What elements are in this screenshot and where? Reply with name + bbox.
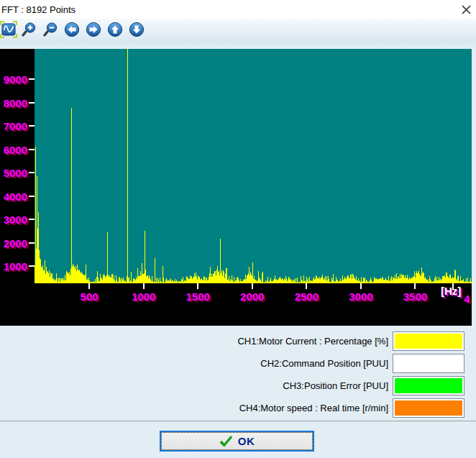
y-tick <box>29 78 35 80</box>
x-axis-end-tick <box>452 283 454 289</box>
fft-chart: [Hz] 4 100020003000400050006000700080009… <box>0 49 472 326</box>
x-tick-label: 2500 <box>285 291 328 303</box>
y-tick-label: 4000 <box>0 191 27 202</box>
y-tick-label: 3000 <box>0 214 27 225</box>
y-tick-label: 1000 <box>0 261 27 272</box>
x-tick-label: 1000 <box>122 291 165 303</box>
legend-swatch-ch2 <box>393 354 464 373</box>
x-axis-unit-label: [Hz] <box>441 285 461 296</box>
x-tick <box>252 283 253 289</box>
y-tick <box>29 102 35 104</box>
plot-area <box>35 49 472 283</box>
x-tick-label: 1500 <box>176 291 219 303</box>
pan-down-icon[interactable] <box>128 21 145 38</box>
legend-swatch-ch1 <box>393 331 464 351</box>
y-tick-label: 6000 <box>0 145 27 155</box>
legend-label-ch4: CH4:Motor speed : Real time [r/min] <box>0 403 393 413</box>
x-tick-label: 500 <box>68 291 111 303</box>
pan-left-icon[interactable] <box>63 21 81 38</box>
legend-swatch-color <box>395 400 462 416</box>
fft-window: FFT : 8192 Points [Hz] 4 100020003000400… <box>0 0 476 458</box>
y-tick <box>29 219 35 220</box>
legend-swatch-color <box>395 356 462 371</box>
legend-swatch-color <box>395 334 462 349</box>
legend-label-ch2: CH2:Command Position [PUU] <box>0 358 393 369</box>
y-tick-label: 9000 <box>0 74 27 85</box>
legend-swatch-ch3 <box>393 376 464 395</box>
x-tick-label: 3000 <box>339 291 383 303</box>
close-icon <box>462 5 471 14</box>
y-tick <box>29 265 35 267</box>
legend-swatch-color <box>395 378 462 393</box>
toolbar <box>0 19 476 49</box>
close-button[interactable] <box>459 3 472 16</box>
y-tick <box>29 172 35 173</box>
x-tick-label: 2000 <box>231 291 274 303</box>
fft-trace <box>35 49 472 283</box>
pan-up-icon[interactable] <box>106 21 124 38</box>
y-tick <box>29 242 35 244</box>
legend-swatch-ch4 <box>393 398 464 418</box>
pan-right-icon[interactable] <box>85 21 102 38</box>
zoom-in-icon[interactable] <box>20 21 37 38</box>
window-title: FFT : 8192 Points <box>0 4 75 15</box>
footer-bar: OK <box>0 421 476 458</box>
zoom-out-icon[interactable] <box>42 21 59 38</box>
x-tick <box>88 283 90 289</box>
legend-panel: CH1:Motor Current : Percentage [%]CH2:Co… <box>0 326 476 421</box>
x-tick <box>197 283 198 289</box>
y-tick <box>29 125 35 127</box>
signal-capture-icon[interactable] <box>0 21 17 38</box>
title-bar: FFT : 8192 Points <box>0 0 476 19</box>
legend-row-ch4: CH4:Motor speed : Real time [r/min] <box>0 398 476 418</box>
ok-button-label: OK <box>238 435 255 447</box>
x-tick <box>306 283 307 289</box>
y-tick <box>29 149 35 150</box>
x-tick-label-partial: 4 <box>464 293 472 305</box>
legend-label-ch3: CH3:Position Error [PUU] <box>0 380 393 391</box>
x-tick <box>414 283 416 289</box>
y-tick-label: 8000 <box>0 98 27 109</box>
legend-row-ch1: CH1:Motor Current : Percentage [%] <box>0 331 476 352</box>
x-tick <box>360 283 362 289</box>
y-tick-label: 7000 <box>0 121 27 132</box>
y-tick-label: 5000 <box>0 168 27 178</box>
ok-button[interactable]: OK <box>160 431 314 452</box>
x-tick-label: 3500 <box>393 291 436 303</box>
legend-label-ch1: CH1:Motor Current : Percentage [%] <box>0 336 393 347</box>
y-tick <box>29 196 35 197</box>
legend-row-ch2: CH2:Command Position [PUU] <box>0 353 476 374</box>
y-tick-label: 2000 <box>0 238 27 249</box>
x-tick <box>143 283 145 289</box>
check-icon <box>219 435 233 447</box>
legend-row-ch3: CH3:Position Error [PUU] <box>0 375 476 396</box>
